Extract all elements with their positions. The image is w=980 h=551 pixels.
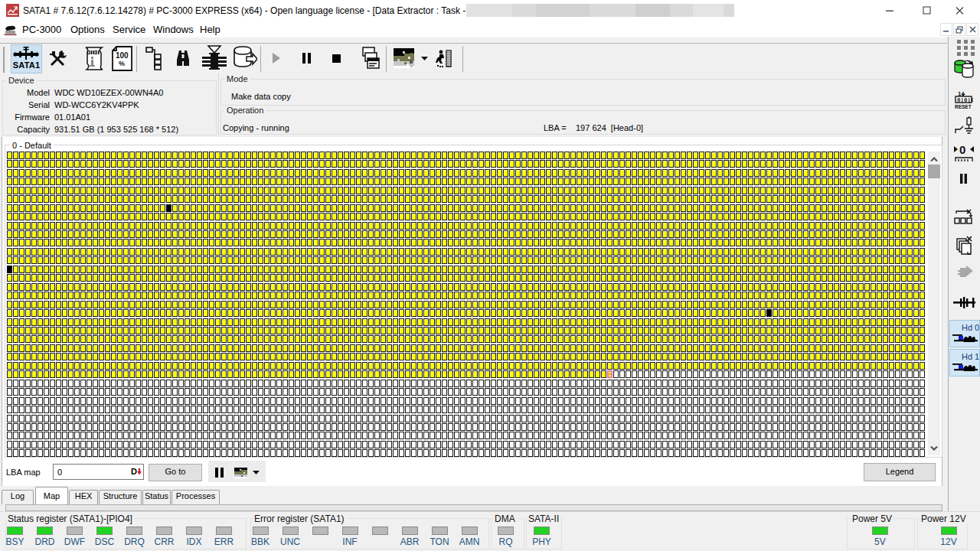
svg-text:D: D [131, 467, 137, 476]
svg-text:RESET: RESET [955, 104, 972, 109]
svg-text:100: 100 [116, 51, 129, 60]
svg-text:0: 0 [959, 143, 965, 156]
svg-text:%: % [119, 60, 125, 67]
svg-text:0|0|0: 0|0|0 [957, 97, 973, 103]
